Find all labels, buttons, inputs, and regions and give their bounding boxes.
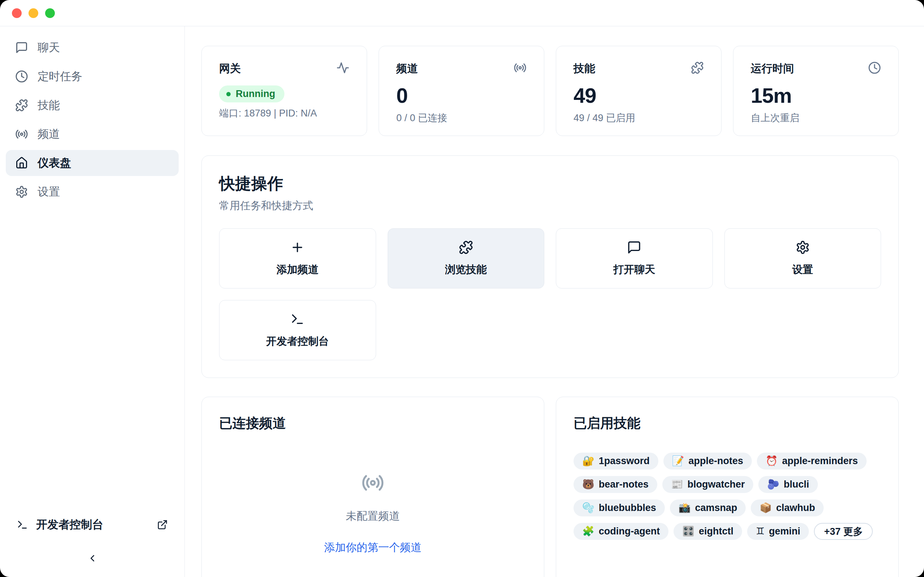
stat-title: 技能	[573, 61, 595, 76]
sidebar-item[interactable]: 技能	[6, 92, 179, 118]
external-link-icon[interactable]	[157, 519, 168, 530]
skill-name: apple-notes	[688, 456, 743, 467]
home-icon	[15, 156, 28, 169]
stat-title: 网关	[219, 61, 241, 76]
more-skills-button[interactable]: +37 更多	[814, 523, 873, 540]
stat-card: 网关 Running 端口: 18789 | PID: N/A	[201, 46, 367, 136]
sidebar-item[interactable]: 聊天	[6, 35, 179, 61]
clock-icon	[868, 61, 881, 74]
enabled-skills-title: 已启用技能	[573, 414, 881, 432]
quick-action-button[interactable]: 打开聊天	[556, 228, 713, 288]
sidebar-item[interactable]: 仪表盘	[6, 150, 179, 176]
skill-emoji: 📰	[671, 480, 683, 489]
collapse-row	[6, 548, 179, 568]
developer-console-label: 开发者控制台	[36, 517, 103, 532]
skill-emoji: 🔐	[582, 456, 594, 466]
status-badge-label: Running	[236, 89, 275, 100]
sidebar-item-label: 设置	[37, 184, 60, 200]
sidebar-nav: 聊天 定时任务 技能 频道	[6, 35, 179, 205]
skill-tag: 🫐 blucli	[758, 476, 817, 493]
plus-icon	[290, 240, 305, 255]
quick-action-button[interactable]: 添加频道	[219, 228, 376, 288]
sidebar: 聊天 定时任务 技能 频道	[0, 26, 185, 577]
skill-emoji: ⏰	[766, 456, 778, 466]
skill-name: bear-notes	[599, 479, 649, 490]
skill-emoji: ♊	[756, 527, 764, 536]
quick-action-label: 设置	[792, 263, 813, 277]
stats-grid: 网关 Running 端口: 18789 | PID: N/A 频道	[201, 46, 899, 136]
skill-tag: ⏰ apple-reminders	[757, 453, 867, 469]
skill-tag: 🔐 1password	[573, 453, 658, 469]
sidebar-item[interactable]: 频道	[6, 121, 179, 147]
puzzle-icon	[691, 61, 704, 74]
main-content: 网关 Running 端口: 18789 | PID: N/A 频道	[185, 26, 924, 577]
sidebar-item-label: 技能	[37, 98, 60, 113]
skill-tag: 🧩 coding-agent	[573, 523, 669, 540]
clock-icon	[15, 70, 28, 83]
channels-empty-text: 未配置频道	[346, 509, 400, 524]
connected-channels-panel: 已连接频道 未配置频道 添加你的第一个频道	[201, 397, 544, 577]
stat-subtext: 自上次重启	[751, 111, 881, 124]
skill-emoji: 📦	[759, 503, 772, 513]
collapse-sidebar-button[interactable]	[84, 550, 100, 566]
skill-emoji: 📝	[672, 456, 684, 466]
stat-card: 频道 0 0 / 0 已连接	[379, 46, 544, 136]
quick-actions-subtitle: 常用任务和快捷方式	[219, 199, 881, 213]
add-first-channel-link[interactable]: 添加你的第一个频道	[324, 540, 422, 555]
quick-action-button[interactable]: 开发者控制台	[219, 300, 376, 360]
sidebar-item[interactable]: 定时任务	[6, 63, 179, 89]
sidebar-item-label: 仪表盘	[37, 155, 71, 171]
stat-value: 15m	[751, 84, 881, 107]
skill-tag: 🐻 bear-notes	[573, 476, 657, 493]
skill-tag: 📝 apple-notes	[663, 453, 752, 469]
sidebar-item-label: 聊天	[37, 40, 60, 55]
stat-card: 运行时间 15m 自上次重启	[733, 46, 899, 136]
activity-icon	[336, 61, 349, 74]
gear-icon	[795, 240, 810, 255]
sidebar-item-label: 定时任务	[37, 69, 82, 84]
skill-tags: 🔐 1password 📝 apple-notes ⏰ appl	[573, 453, 881, 540]
skill-tag: 🫧 bluebubbles	[573, 500, 665, 516]
close-button[interactable]	[12, 8, 22, 18]
developer-console-row[interactable]: 开发者控制台	[6, 512, 179, 537]
stat-card: 技能 49 49 / 49 已启用	[556, 46, 722, 136]
quick-action-button[interactable]: 设置	[724, 228, 881, 288]
terminal-icon	[290, 312, 305, 326]
skill-name: 1password	[599, 456, 650, 467]
sidebar-item-label: 频道	[37, 127, 60, 142]
skill-emoji: 📸	[678, 503, 691, 513]
skill-name: blucli	[783, 479, 809, 490]
app-body: 聊天 定时任务 技能 频道	[0, 26, 924, 577]
skill-tag: 📸 camsnap	[670, 500, 746, 516]
app-window: 聊天 定时任务 技能 频道	[0, 0, 924, 577]
skill-name: bluebubbles	[599, 502, 656, 514]
quick-action-label: 浏览技能	[445, 263, 487, 277]
puzzle-icon	[459, 240, 473, 255]
gear-icon	[15, 185, 28, 198]
stat-subtext: 端口: 18789 | PID: N/A	[219, 107, 349, 120]
quick-action-button[interactable]: 浏览技能	[388, 228, 544, 288]
radio-icon	[15, 128, 28, 141]
radio-icon	[514, 61, 527, 74]
skill-name: gemini	[769, 526, 800, 537]
connected-channels-title: 已连接频道	[219, 414, 527, 432]
chat-icon	[627, 240, 641, 255]
stat-value: 49	[573, 84, 704, 107]
skill-tag: 📰 blogwatcher	[662, 476, 754, 493]
chevron-left-icon	[87, 553, 98, 564]
skill-emoji: 🧩	[582, 527, 594, 536]
quick-actions-title: 快捷操作	[219, 173, 881, 194]
zoom-button[interactable]	[45, 8, 55, 18]
stat-title: 频道	[396, 61, 418, 76]
skill-name: apple-reminders	[782, 456, 858, 467]
stat-title: 运行时间	[751, 61, 794, 76]
minimize-button[interactable]	[29, 8, 38, 18]
skill-name: eightctl	[699, 526, 733, 537]
skill-emoji: 🎛️	[682, 527, 695, 536]
sidebar-item[interactable]: 设置	[6, 179, 179, 205]
channels-empty-state: 未配置频道 添加你的第一个频道	[219, 471, 527, 555]
skill-name: camsnap	[695, 502, 737, 514]
quick-action-label: 开发者控制台	[266, 334, 329, 349]
enabled-skills-panel: 已启用技能 🔐 1password 📝 apple-notes	[556, 397, 899, 577]
sidebar-footer: 开发者控制台	[6, 512, 179, 568]
